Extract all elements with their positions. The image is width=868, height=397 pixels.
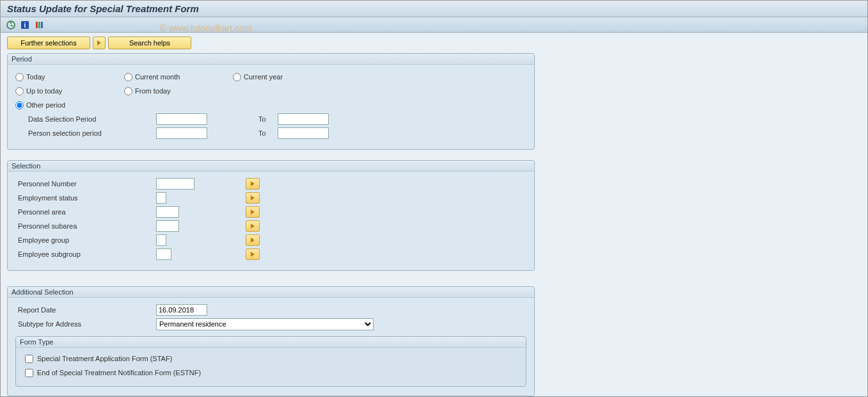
report-date-label: Report Date [15, 306, 156, 314]
execute-icon[interactable] [6, 20, 16, 30]
multiple-selection-button[interactable] [246, 192, 260, 204]
selection-group: Selection Personnel Number Employment st… [7, 160, 535, 271]
button-label: Search helps [129, 39, 170, 47]
subtype-address-label: Subtype for Address [15, 320, 156, 328]
app-toolbar: i [1, 17, 867, 33]
radio-from-today[interactable]: From today [124, 87, 233, 95]
radio-label: Other period [26, 101, 65, 109]
person-selection-period-label: Person selection period [15, 129, 156, 137]
employee-subgroup-input[interactable] [156, 248, 171, 260]
multiple-selection-button[interactable] [246, 220, 260, 232]
further-selections-button[interactable]: Further selections [7, 36, 90, 49]
svg-text:i: i [24, 22, 26, 29]
personnel-subarea-input[interactable] [156, 220, 179, 232]
to-label: To [246, 115, 278, 123]
search-helps-button[interactable]: Search helps [108, 36, 191, 49]
radio-label: Today [26, 73, 45, 81]
employment-status-input[interactable] [156, 192, 166, 204]
employee-group-input[interactable] [156, 234, 166, 246]
arrow-right-icon [251, 195, 255, 200]
group-legend: Selection [8, 161, 534, 172]
estnf-checkbox[interactable]: End of Special Treatment Notification Fo… [22, 366, 519, 380]
multiple-selection-button[interactable] [246, 178, 260, 190]
radio-label: Up to today [26, 87, 62, 95]
data-selection-period-label: Data Selection Period [15, 115, 156, 123]
multiple-selection-button[interactable] [246, 206, 260, 218]
employee-group-label: Employee group [15, 236, 156, 244]
group-legend: Additional Selection [8, 287, 534, 298]
additional-selection-group: Additional Selection Report Date Subtype… [7, 286, 535, 396]
employment-status-label: Employment status [15, 194, 156, 202]
period-group: Period Today Current month Current year … [7, 53, 535, 150]
staf-checkbox[interactable]: Special Treatment Application Form (STAF… [22, 352, 519, 366]
radio-up-to-today[interactable]: Up to today [15, 87, 124, 95]
variant-icon[interactable] [34, 20, 44, 30]
person-selection-to-input[interactable] [278, 127, 329, 139]
to-label: To [246, 129, 278, 137]
radio-label: From today [135, 87, 171, 95]
report-date-input[interactable] [156, 304, 207, 316]
group-legend: Form Type [16, 337, 526, 348]
info-icon[interactable]: i [20, 20, 30, 30]
radio-other-period[interactable]: Other period [15, 101, 124, 109]
employee-subgroup-label: Employee subgroup [15, 250, 156, 258]
button-label: Further selections [20, 39, 76, 47]
personnel-number-label: Personnel Number [15, 180, 156, 188]
checkbox-label: Special Treatment Application Form (STAF… [37, 355, 172, 362]
checkbox-label: End of Special Treatment Notification Fo… [37, 369, 201, 377]
estnf-checkbox-input[interactable] [25, 369, 33, 377]
title-bar: Status Update for Special Treatment Form [1, 1, 867, 17]
data-selection-to-input[interactable] [278, 113, 329, 125]
personnel-area-label: Personnel area [15, 208, 156, 216]
subtype-address-select[interactable]: Permanent residence [156, 318, 374, 330]
main-scroll-area[interactable]: Further selections Search helps Period T… [1, 33, 867, 397]
svg-rect-3 [36, 22, 38, 28]
radio-label: Current year [244, 73, 283, 81]
page-title: Status Update for Special Treatment Form [7, 3, 861, 14]
data-selection-from-input[interactable] [156, 113, 207, 125]
person-selection-from-input[interactable] [156, 127, 207, 139]
personnel-number-input[interactable] [156, 178, 194, 190]
svg-rect-5 [41, 22, 43, 28]
arrow-right-icon [251, 181, 255, 186]
radio-label: Current month [135, 73, 180, 81]
radio-current-month[interactable]: Current month [124, 73, 233, 81]
form-type-group: Form Type Special Treatment Application … [15, 336, 526, 387]
arrow-right-icon [251, 223, 255, 229]
personnel-area-input[interactable] [156, 206, 179, 218]
radio-today[interactable]: Today [15, 73, 124, 81]
search-helps-arrow-button[interactable] [93, 36, 106, 49]
arrow-right-icon [97, 40, 101, 45]
radio-current-year[interactable]: Current year [233, 73, 342, 81]
group-legend: Period [8, 54, 534, 65]
staf-checkbox-input[interactable] [25, 355, 33, 363]
action-button-row: Further selections Search helps [1, 33, 867, 53]
multiple-selection-button[interactable] [246, 234, 260, 246]
multiple-selection-button[interactable] [246, 248, 260, 260]
arrow-right-icon [251, 209, 255, 215]
svg-rect-4 [38, 22, 40, 28]
personnel-subarea-label: Personnel subarea [15, 222, 156, 230]
arrow-right-icon [251, 252, 255, 257]
arrow-right-icon [251, 238, 255, 243]
